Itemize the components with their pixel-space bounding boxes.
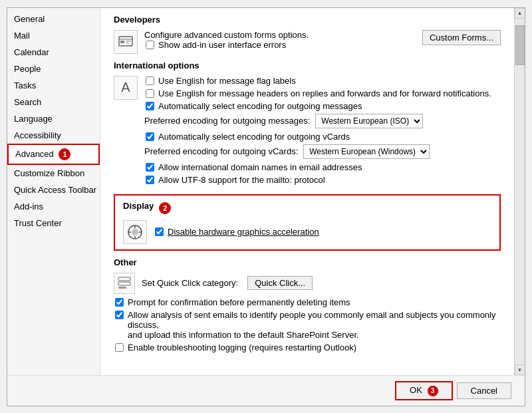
international-icon: A (114, 76, 138, 100)
sidebar-item-advanced[interactable]: Advanced 1 (7, 144, 100, 165)
other-section: Other Set Quick Click category: Quick Cl… (114, 257, 501, 352)
dialog-footer: OK 3 Cancel (7, 375, 525, 406)
intl-check5[interactable] (146, 163, 154, 172)
ok-button[interactable]: OK 3 (395, 381, 452, 400)
developers-title: Developers (114, 15, 501, 25)
sidebar-item-calendar[interactable]: Calendar (7, 44, 100, 61)
display-section: Display 2 (114, 194, 501, 251)
sidebar-item-add-ins[interactable]: Add-ins (7, 198, 100, 215)
svg-rect-11 (118, 277, 130, 281)
svg-rect-3 (126, 41, 131, 42)
allow-analysis-row: Allow analysis of sent emails to identif… (114, 310, 501, 340)
sidebar-item-tasks[interactable]: Tasks (7, 77, 100, 94)
sidebar-item-language[interactable]: Language (7, 110, 100, 127)
quick-click-row: Set Quick Click category: Quick Click... (114, 273, 501, 294)
encoding-outgoing-select[interactable]: Western European (ISO) (315, 114, 423, 128)
display-check-row: Disable hardware graphics acceleration (154, 227, 319, 237)
svg-rect-12 (118, 282, 130, 285)
display-icon (123, 220, 147, 244)
intl-check5-row: Allow international domain names in emai… (144, 162, 501, 172)
allow-analysis-checkbox[interactable] (115, 311, 124, 319)
scrollbar[interactable]: ▲ ▼ (514, 8, 525, 376)
quick-click-label: Set Quick Click category: (142, 278, 238, 288)
quick-click-button[interactable]: Quick Click... (247, 276, 313, 290)
svg-rect-4 (126, 43, 129, 44)
custom-forms-button[interactable]: Custom Forms... (422, 30, 501, 45)
svg-rect-13 (118, 287, 126, 289)
other-icon (114, 273, 135, 294)
sidebar-item-quick-access[interactable]: Quick Access Toolbar (7, 182, 100, 198)
troubleshoot-log-checkbox[interactable] (115, 343, 124, 352)
sidebar-item-mail[interactable]: Mail (7, 27, 100, 44)
sidebar-item-people[interactable]: People (7, 61, 100, 77)
other-title: Other (114, 257, 501, 267)
confirm-delete-checkbox[interactable] (115, 298, 124, 307)
options-dialog: General Mail Calendar People Tasks Searc… (7, 7, 525, 406)
intl-check3[interactable] (146, 102, 154, 110)
encoding-vcards-select[interactable]: Western European (Windows) (303, 144, 430, 159)
intl-check4[interactable] (146, 132, 154, 141)
international-options: Use English for message flag labels Use … (144, 76, 501, 188)
badge-2: 2 (159, 202, 171, 214)
main-content: Developers Configure advanced custom for… (100, 8, 514, 376)
intl-check2-row: Use English for message headers on repli… (144, 88, 501, 98)
cancel-button[interactable]: Cancel (457, 382, 511, 399)
badge-1: 1 (59, 148, 70, 160)
svg-point-6 (132, 229, 138, 235)
intl-check1[interactable] (146, 76, 154, 85)
sidebar-item-search[interactable]: Search (7, 94, 100, 110)
scroll-thumb[interactable] (515, 25, 525, 65)
svg-rect-2 (120, 41, 124, 43)
disable-hardware-checkbox[interactable] (155, 227, 164, 236)
show-addin-row: Show add-in user interface errors (144, 40, 422, 50)
intl-check1-row: Use English for message flag labels (144, 76, 501, 86)
developers-text: Configure advanced custom forms options.… (144, 30, 422, 53)
sidebar-item-general[interactable]: General (7, 11, 100, 27)
display-title: Display (123, 201, 154, 211)
sidebar-item-accessibility[interactable]: Accessibility (7, 127, 100, 144)
scroll-down-arrow[interactable]: ▼ (515, 364, 525, 375)
sidebar-item-customize-ribbon[interactable]: Customize Ribbon (7, 165, 100, 182)
international-title: International options (114, 61, 501, 70)
intl-check6[interactable] (146, 176, 154, 184)
developers-icon (114, 30, 138, 54)
sidebar-item-trust-center[interactable]: Trust Center (7, 215, 100, 231)
intl-check2[interactable] (146, 89, 154, 98)
developers-row: Configure advanced custom forms options.… (114, 30, 501, 54)
display-row: Disable hardware graphics acceleration (123, 220, 491, 244)
confirm-delete-row: Prompt for confirmation before permanent… (114, 297, 501, 307)
encoding-vcards-label: Preferred encoding for outgoing vCards: (144, 146, 298, 156)
intl-check4-row: Automatically select encoding for outgoi… (144, 132, 501, 142)
scroll-track[interactable] (515, 19, 525, 365)
developers-btn-area: Custom Forms... (422, 30, 501, 45)
scroll-up-arrow[interactable]: ▲ (515, 8, 525, 19)
intl-check3-row: Automatically select encoding for outgoi… (144, 101, 501, 111)
troubleshoot-log-row: Enable troubleshooting logging (requires… (114, 343, 501, 352)
sidebar: General Mail Calendar People Tasks Searc… (7, 8, 100, 376)
encoding-outgoing-row: Preferred encoding for outgoing messages… (144, 114, 501, 128)
intl-check6-row: Allow UTF-8 support for the mailto: prot… (144, 175, 501, 185)
show-addin-checkbox[interactable] (146, 41, 154, 49)
badge-3: 3 (428, 386, 438, 396)
encoding-vcards-row: Preferred encoding for outgoing vCards: … (144, 144, 501, 159)
encoding-outgoing-label: Preferred encoding for outgoing messages… (144, 116, 310, 126)
